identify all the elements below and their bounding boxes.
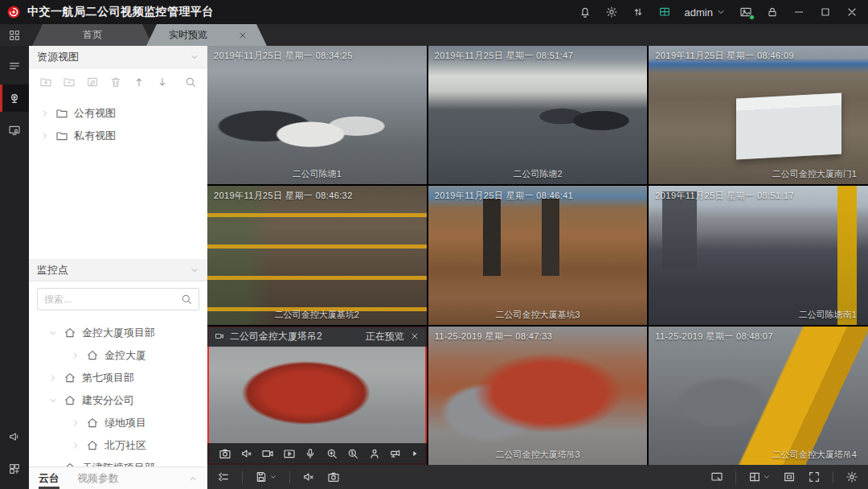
resource-tree: 公有视图 私有视图	[29, 96, 207, 259]
video-cell-2[interactable]: 2019年11月25日 星期一 08:51:47 二公司陈塘2	[428, 46, 648, 184]
video-cell-5[interactable]: 2019年11月25日 星期一 08:46:41 二公司金控大厦基坑3	[428, 186, 648, 324]
more-tools-icon[interactable]	[411, 450, 419, 458]
close-all-icon[interactable]	[710, 471, 723, 483]
fullscreen-icon[interactable]	[808, 471, 821, 483]
home-icon	[63, 372, 76, 384]
tree-item-label: 第七项目部	[82, 371, 134, 385]
chevron-right-icon[interactable]	[40, 131, 50, 141]
search-icon[interactable]	[180, 293, 193, 306]
search-icon[interactable]	[184, 76, 197, 88]
maximize-button[interactable]	[819, 6, 832, 18]
apps-grid-button[interactable]	[0, 24, 29, 46]
snapshot-all-icon[interactable]	[327, 471, 340, 483]
camera-name-overlay: 二公司金控大厦基坑2	[207, 309, 427, 321]
sidebar: 资源视图 公有视图	[29, 46, 207, 489]
delete-view-icon[interactable]	[109, 76, 122, 88]
video-cell-8[interactable]: 11-25-2019 星期一 08:47:33 二公司金控大厦塔吊3	[428, 327, 648, 465]
zoom-3d-icon[interactable]	[346, 447, 359, 460]
tab-close-icon[interactable]	[238, 31, 248, 40]
video-cell-1[interactable]: 2019年11月25日 星期一 08:34:25 二公司陈塘1	[207, 46, 427, 184]
video-wall-icon[interactable]	[658, 6, 671, 18]
record-icon[interactable]	[261, 447, 274, 460]
notifications-button[interactable]	[579, 6, 592, 18]
home-icon	[86, 439, 99, 452]
broadcast-button[interactable]	[0, 423, 29, 450]
video-cell-6[interactable]: 2019年11月25日 星期一 08:51:17 二公司陈塘南1	[649, 186, 868, 324]
preset-icon[interactable]	[368, 447, 381, 460]
mute-icon[interactable]	[240, 447, 253, 460]
divider	[289, 471, 290, 483]
user-name: admin	[685, 6, 713, 18]
ptz-control-icon[interactable]	[389, 447, 402, 460]
search-input[interactable]	[37, 288, 199, 310]
chevron-down-icon[interactable]	[48, 328, 58, 338]
lock-button[interactable]	[766, 6, 779, 18]
close-preview-icon[interactable]	[410, 331, 420, 341]
chevron-right-icon[interactable]	[71, 351, 80, 360]
tab-home[interactable]: 首页	[32, 24, 153, 46]
one-to-one-icon[interactable]	[783, 471, 796, 483]
mute-all-icon[interactable]	[302, 471, 315, 483]
resource-view-header[interactable]: 资源视图	[29, 46, 207, 68]
tree-item-project[interactable]: 建安分公司	[29, 389, 207, 412]
save-icon	[255, 471, 268, 483]
timestamp-overlay: 2019年11月25日 星期一 08:46:09	[655, 50, 794, 62]
chevron-right-icon[interactable]	[71, 441, 80, 450]
snapshot-icon[interactable]	[219, 447, 231, 460]
stream-transfer-button[interactable]	[632, 6, 645, 18]
chevron-right-icon[interactable]	[40, 109, 50, 118]
collapse-panel-icon[interactable]	[217, 471, 230, 483]
monitor-points-header[interactable]: 监控点	[29, 259, 207, 281]
chevron-right-icon[interactable]	[48, 373, 58, 383]
search-box	[29, 281, 207, 317]
digital-zoom-icon[interactable]	[326, 447, 338, 460]
chevron-down-icon	[269, 473, 277, 481]
settings-button[interactable]	[605, 6, 618, 18]
video-cell-4[interactable]: 2019年11月25日 星期一 08:46:32 二公司金控大厦基坑2	[207, 186, 427, 324]
instant-playback-icon[interactable]	[283, 447, 296, 460]
live-preview-nav-button[interactable]	[0, 84, 29, 112]
tree-item-project[interactable]: 北万社区	[29, 434, 207, 457]
chevron-right-icon[interactable]	[71, 418, 80, 428]
tree-item-project[interactable]: 金控大厦	[29, 344, 207, 367]
main-content: 2019年11月25日 星期一 08:34:25 二公司陈塘1 2019年11月…	[207, 46, 868, 489]
chevron-down-icon[interactable]	[48, 396, 58, 405]
preview-status-label: 正在预览	[366, 330, 404, 343]
tree-item-private-views[interactable]: 私有视图	[29, 125, 207, 147]
chevron-up-icon[interactable]	[188, 474, 198, 483]
home-icon	[63, 394, 76, 407]
tree-item-project[interactable]: 第七项目部	[29, 367, 207, 389]
video-cell-9[interactable]: 11-25-2019 星期一 08:48:07 二公司金控大厦塔吊4	[649, 327, 868, 465]
tree-item-label: 私有视图	[74, 129, 116, 143]
edit-view-icon[interactable]	[86, 76, 99, 88]
user-menu[interactable]: admin	[685, 6, 726, 18]
minimize-button[interactable]	[792, 6, 805, 18]
tab-video-params[interactable]: 视频参数	[77, 467, 119, 489]
tree-item-project[interactable]: 天津陈塘项目部	[29, 457, 207, 466]
playback-nav-button[interactable]	[0, 117, 29, 144]
tab-live-preview[interactable]: 实时预览	[146, 24, 267, 46]
camera-name-overlay: 二公司金控大厦塔吊4	[649, 449, 868, 461]
add-video-wall-button[interactable]	[0, 455, 29, 483]
video-cell-7-active[interactable]: 二公司金控大厦塔吊2 正在预览	[207, 327, 427, 465]
close-window-button[interactable]	[845, 6, 858, 18]
active-cell-header: 二公司金控大厦塔吊2 正在预览	[207, 327, 427, 347]
add-view-icon[interactable]	[39, 76, 52, 88]
tree-item-project[interactable]: 绿地项目	[29, 412, 207, 434]
video-cell-3[interactable]: 2019年11月25日 星期一 08:46:09 二公司金控大厦南门1	[649, 46, 868, 184]
main-menu-button[interactable]	[0, 52, 29, 80]
screenshot-status-button[interactable]	[739, 6, 752, 18]
tree-item-public-views[interactable]: 公有视图	[29, 102, 207, 125]
move-up-icon[interactable]	[133, 76, 145, 88]
add-group-icon[interactable]	[63, 76, 76, 88]
move-down-icon[interactable]	[156, 76, 169, 88]
settings-icon[interactable]	[845, 471, 858, 483]
tree-item-project[interactable]: 金控大厦项目部	[29, 322, 207, 344]
save-view-button[interactable]	[255, 471, 277, 483]
talk-icon[interactable]	[304, 447, 317, 460]
tree-item-label: 公有视图	[74, 106, 116, 121]
tab-ptz[interactable]: 云台	[39, 467, 59, 489]
tab-live-label: 实时预览	[169, 28, 207, 42]
layout-select-button[interactable]	[748, 471, 771, 483]
tree-item-label: 建安分公司	[82, 393, 134, 408]
